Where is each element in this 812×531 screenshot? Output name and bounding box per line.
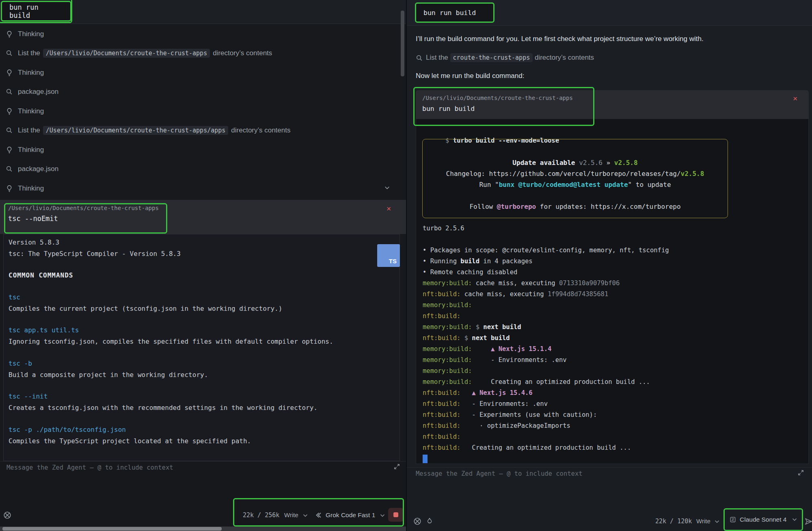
close-icon[interactable]: × bbox=[793, 95, 797, 102]
text-part: bunx @turbo/codemod@latest update bbox=[499, 181, 628, 189]
chevron-down-icon[interactable] bbox=[380, 514, 385, 517]
send-icon[interactable] bbox=[805, 518, 812, 525]
grok-icon bbox=[315, 512, 322, 518]
terminal-output: $ turbo build --env-mode=loose Update av… bbox=[416, 119, 809, 464]
lightbulb-icon bbox=[6, 30, 13, 38]
search-step[interactable]: List the croute-the-crust-apps directory… bbox=[416, 54, 594, 62]
build-log-line: nft:build: - Environments: .env bbox=[423, 399, 669, 410]
circle-plus-icon[interactable] bbox=[413, 517, 421, 525]
text-part: - Environments: .env bbox=[460, 400, 548, 407]
command-help-entry: tsc --initCreates a tsconfig.json with t… bbox=[9, 391, 317, 414]
command-help-entry: tscCompiles the current project (tsconfi… bbox=[9, 292, 282, 314]
horizontal-scrollbar-thumb[interactable] bbox=[2, 527, 222, 531]
lightbulb-icon bbox=[6, 185, 13, 192]
agent-step-thinking[interactable]: Thinking bbox=[0, 140, 406, 160]
agent-step-thinking[interactable]: Thinking bbox=[0, 63, 406, 82]
chevron-down-icon bbox=[792, 518, 797, 521]
command-description: Ignoring tsconfig.json, compiles the spe… bbox=[9, 336, 333, 347]
agent-step-search[interactable]: List the /Users/livio/Documents/croute-t… bbox=[0, 121, 406, 141]
assistant-text: I’ll run the build command for you. Let … bbox=[416, 35, 704, 43]
lightbulb-icon bbox=[6, 146, 13, 154]
search-step-label: List the croute-the-crust-apps directory… bbox=[426, 54, 594, 62]
message-placeholder: Message the Zed Agent — @ to include con… bbox=[416, 470, 583, 477]
agent-step-search[interactable]: package.json bbox=[0, 82, 406, 102]
build-log-line: memory:build: - Environments: .env bbox=[423, 355, 669, 366]
text-part: Thinking bbox=[18, 69, 44, 77]
update-notice-line: Changelog: https://github.com/vercel/tur… bbox=[423, 168, 728, 179]
turbo-update-lines: Update available v2.5.6 » v2.5.8Changelo… bbox=[423, 157, 728, 212]
terminal-cwd: /Users/livio/Documents/croute-the-crust-… bbox=[422, 95, 573, 101]
task-label: memory:build: bbox=[423, 378, 472, 386]
expand-icon[interactable] bbox=[798, 470, 804, 476]
text-part: v2.5.8 bbox=[681, 170, 704, 178]
log-line: • Remote caching disabled bbox=[423, 267, 669, 278]
mode-selector[interactable]: Write bbox=[284, 511, 298, 518]
terminal-card-header: /Users/livio/Documents/croute-the-crust-… bbox=[416, 90, 809, 119]
terminal-card-header: /Users/livio/Documents/croute-the-crust-… bbox=[0, 200, 406, 234]
text-part: • Running bbox=[423, 258, 460, 265]
text-part: croute-the-crust-apps bbox=[450, 53, 533, 62]
model-selector[interactable]: Claude Sonnet 4 bbox=[723, 508, 803, 531]
task-label: nft:build: bbox=[423, 389, 460, 397]
command-description: Build a composite project in the working… bbox=[9, 369, 208, 381]
build-log: turbo 2.5.6• Packages in scope: @croute/… bbox=[423, 223, 669, 453]
command-description: Compiles the current project (tsconfig.j… bbox=[9, 303, 282, 314]
agent-step-thinking[interactable]: Thinking bbox=[0, 179, 406, 198]
chevron-down-icon[interactable] bbox=[384, 186, 390, 190]
chevron-down-icon[interactable] bbox=[715, 520, 719, 523]
stop-button[interactable] bbox=[388, 508, 404, 522]
build-log-line: memory:build: Creating an optimized prod… bbox=[423, 377, 669, 388]
search-icon bbox=[6, 50, 13, 57]
text-part: Creating an optimized production build .… bbox=[472, 378, 650, 386]
text-part: » bbox=[603, 159, 614, 167]
text-part: @turborepo bbox=[497, 203, 536, 210]
text-part: turbo 2.5.6 bbox=[423, 225, 464, 232]
output-line: tsc: The TypeScript Compiler - Version 5… bbox=[9, 248, 181, 260]
task-label: memory:build: bbox=[423, 367, 472, 375]
text-part: Thinking bbox=[18, 30, 44, 38]
user-message-bubble: bun run build bbox=[1, 1, 71, 22]
text-part: - Environments: .env bbox=[472, 356, 566, 364]
text-part: build bbox=[460, 258, 479, 265]
task-label: nft:build: bbox=[423, 290, 460, 298]
text-part: List the bbox=[426, 54, 450, 61]
step-label: Thinking bbox=[18, 107, 44, 115]
step-label: Thinking bbox=[18, 30, 44, 38]
task-label: memory:build: bbox=[423, 356, 472, 364]
output-line: Version 5.8.3 bbox=[9, 237, 59, 248]
text-part: 0713310a9079bf06 bbox=[559, 280, 620, 287]
output-section-heading: COMMON COMMANDS bbox=[9, 270, 73, 281]
text-part: /Users/livio/Documents/croute-the-crust-… bbox=[43, 49, 210, 58]
expand-icon[interactable] bbox=[394, 464, 400, 470]
vertical-scrollbar-thumb[interactable] bbox=[401, 11, 404, 76]
log-line: • Running build in 4 packages bbox=[423, 256, 669, 267]
update-notice-line: Follow @turborepo for updates: https://x… bbox=[423, 201, 728, 212]
circle-plus-icon[interactable] bbox=[3, 511, 11, 519]
build-log-line: memory:build: $ next build bbox=[423, 322, 669, 333]
zed-model-icon bbox=[730, 516, 736, 523]
text-part: for updates: https://x.com/turborepo bbox=[536, 203, 680, 210]
mode-selector[interactable]: Write bbox=[696, 518, 710, 524]
step-label: package.json bbox=[18, 88, 58, 96]
build-log-line: nft:build: $ next build bbox=[423, 333, 669, 344]
text-part bbox=[479, 323, 483, 331]
model-selector[interactable]: Grok Code Fast 1 bbox=[326, 511, 375, 519]
agent-step-thinking[interactable]: Thinking bbox=[0, 102, 406, 121]
chevron-down-icon[interactable] bbox=[303, 514, 308, 517]
text-part bbox=[460, 334, 464, 342]
step-label: List the /Users/livio/Documents/croute-t… bbox=[18, 49, 272, 58]
command-description: Creates a tsconfig.json with the recomme… bbox=[9, 402, 317, 414]
build-log-line: nft:build: cache miss, executing 1f994d8… bbox=[423, 289, 669, 300]
close-icon[interactable]: × bbox=[387, 205, 391, 212]
text-part bbox=[472, 323, 475, 331]
text-part: Thinking bbox=[18, 146, 44, 154]
flame-icon[interactable] bbox=[425, 517, 433, 525]
agent-panel-right: bun run build I’ll run the build command… bbox=[406, 0, 812, 531]
terminal-cwd: /Users/livio/Documents/croute-the-crust-… bbox=[8, 205, 159, 211]
agent-step-search[interactable]: package.json bbox=[0, 160, 406, 179]
build-log-line: memory:build: ▲ Next.js 15.1.4 bbox=[423, 344, 669, 355]
agent-step-thinking[interactable]: Thinking bbox=[0, 24, 406, 44]
agent-step-search[interactable]: List the /Users/livio/Documents/croute-t… bbox=[0, 44, 406, 63]
message-editor[interactable]: Message the Zed Agent — @ to include con… bbox=[0, 461, 406, 531]
build-log-line: nft:build: Creating an optimized product… bbox=[423, 442, 669, 453]
